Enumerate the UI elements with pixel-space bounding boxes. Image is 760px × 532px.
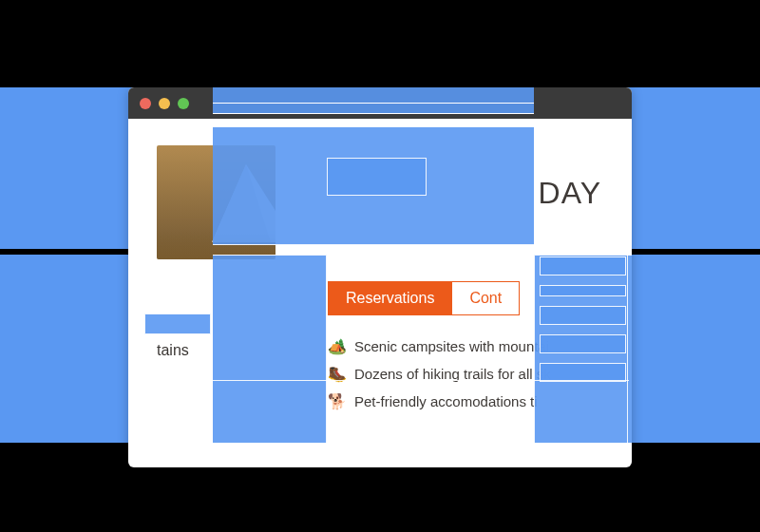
overlay-column-left	[213, 255, 327, 443]
boot-icon: 🥾	[328, 365, 347, 383]
feature-list: 🏕️ Scenic campsites with mountai 🥾 Dozen…	[328, 337, 551, 420]
overlay-box	[144, 314, 211, 334]
overlay-box	[327, 158, 427, 196]
overlay-box	[540, 256, 626, 276]
zoom-icon[interactable]	[178, 98, 189, 109]
tab-contact[interactable]: Cont	[451, 281, 520, 315]
tent-icon: 🏕️	[328, 337, 347, 355]
feature-text: Pet-friendly accomodations ti	[354, 393, 538, 409]
feature-text: Dozens of hiking trails for all sk	[354, 366, 551, 382]
page-title: DAY	[539, 176, 601, 211]
close-icon[interactable]	[140, 98, 151, 109]
overlay-box	[540, 285, 626, 296]
list-item: 🐕 Pet-friendly accomodations ti	[328, 392, 551, 410]
tab-reservations[interactable]: Reservations	[328, 281, 451, 315]
tabs: Reservations Cont	[328, 281, 520, 315]
minimize-icon[interactable]	[159, 98, 170, 109]
list-item: 🥾 Dozens of hiking trails for all sk	[328, 365, 551, 383]
overlay-box	[540, 334, 626, 353]
overlay-box	[540, 306, 626, 325]
overlay-box	[213, 87, 534, 103]
overlay-box	[540, 363, 626, 382]
overlay-box	[213, 103, 534, 114]
dog-icon: 🐕	[328, 392, 347, 410]
feature-text: Scenic campsites with mountai	[354, 338, 549, 354]
sidebar-caption: tains	[157, 342, 189, 359]
list-item: 🏕️ Scenic campsites with mountai	[328, 337, 551, 355]
